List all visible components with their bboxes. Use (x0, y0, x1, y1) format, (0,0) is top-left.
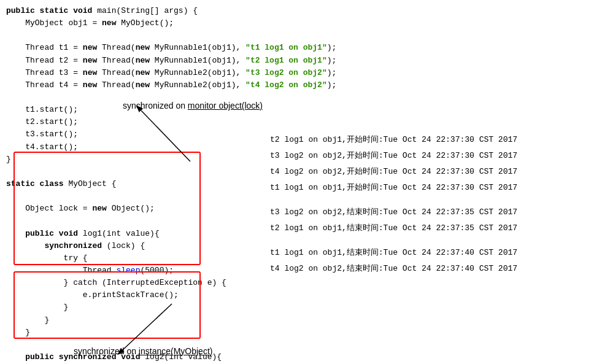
output-line-6: t2 log1 on obj1,结束时间:Tue Oct 24 22:37:35… (270, 220, 585, 236)
output-panel: t2 log1 on obj1,开始时间:Tue Oct 24 22:37:30… (264, 0, 591, 364)
code-line-10: t2.start(); (6, 116, 258, 128)
annotation-label-2: synchronized on instance(MyObject) (74, 345, 212, 358)
main-container: public static void main(String[] args) {… (0, 0, 591, 364)
code-line-24: e.printStackTrace(); (6, 289, 258, 301)
output-line-1: t2 log1 on obj1,开始时间:Tue Oct 24 22:37:30… (270, 132, 585, 148)
output-line-5: t3 log2 on obj2,结束时间:Tue Oct 24 22:37:35… (270, 204, 585, 220)
code-line-20: synchronized (lock) { (6, 240, 258, 252)
output-line-7: t1 log1 on obj1,结束时间:Tue Oct 24 22:37:40… (270, 245, 585, 261)
code-line-12: t4.start(); (6, 141, 258, 153)
output-line-4: t1 log1 on obj1,开始时间:Tue Oct 24 22:37:30… (270, 180, 585, 196)
output-line-2: t3 log2 on obj2,开始时间:Tue Oct 24 22:37:30… (270, 148, 585, 164)
code-line-4: Thread t1 = new Thread(new MyRunnable1(o… (6, 42, 258, 54)
code-line-5: Thread t2 = new Thread(new MyRunnable1(o… (6, 55, 258, 67)
code-line-14 (6, 166, 258, 178)
output-line-3: t4 log2 on obj2,开始时间:Tue Oct 24 22:37:30… (270, 164, 585, 180)
code-line-22: Thread.sleep(5000); (6, 265, 258, 277)
code-line-25: } (6, 301, 258, 314)
code-line-2: MyObject obj1 = new MyObject(); (6, 17, 258, 29)
code-line-11: t3.start(); (6, 128, 258, 141)
code-line-21: try { (6, 252, 258, 265)
code-line-6: Thread t3 = new Thread(new MyRunnable2(o… (6, 67, 258, 79)
code-line-23: } catch (InterruptedException e) { (6, 277, 258, 289)
code-line-27: } (6, 327, 258, 339)
code-line-19: public void log1(int value){ (6, 228, 258, 240)
code-line-7: Thread t4 = new Thread(new MyRunnable2(o… (6, 79, 258, 91)
output-spacer-1 (270, 196, 585, 204)
code-line-15: static class MyObject { (6, 178, 258, 190)
code-line-17: Object lock = new Object(); (6, 203, 258, 215)
code-line-16 (6, 190, 258, 203)
output-spacer-2 (270, 236, 585, 245)
output-line-8: t4 log2 on obj2,结束时间:Tue Oct 24 22:37:40… (270, 261, 585, 277)
code-line-1: public static void main(String[] args) { (6, 5, 258, 17)
code-line-18 (6, 215, 258, 227)
annotation-label-1: synchronized on monitor object(lock) (123, 99, 263, 113)
code-block: public static void main(String[] args) {… (6, 5, 258, 364)
code-line-13: } (6, 153, 258, 166)
code-panel: public static void main(String[] args) {… (0, 0, 264, 364)
code-line-26: } (6, 314, 258, 327)
code-line-3 (6, 29, 258, 42)
